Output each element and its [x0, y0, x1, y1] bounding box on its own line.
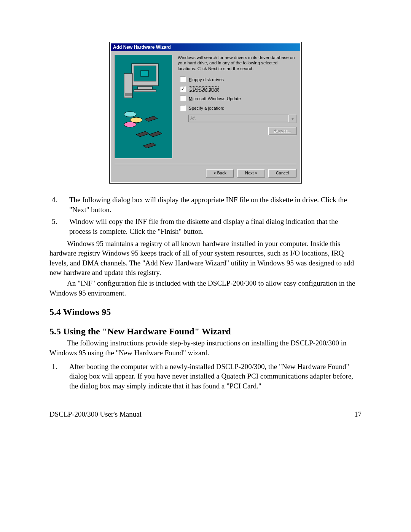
label-floppy: Floppy disk drives — [189, 77, 224, 82]
wizard-artwork-panel — [115, 55, 172, 158]
option-winupdate[interactable]: Microsoft Windows Update — [180, 96, 296, 101]
step-number: 1. — [49, 362, 69, 391]
svg-marker-10 — [145, 116, 158, 121]
svg-marker-13 — [143, 143, 156, 148]
step-text: The following dialog box will display th… — [69, 195, 362, 214]
body-paragraph-2: An "INF" configuration file is included … — [49, 278, 362, 298]
checkbox-floppy[interactable] — [180, 77, 186, 82]
option-specify[interactable]: Specify a location: — [180, 105, 296, 111]
label-winupdate: Microsoft Windows Update — [189, 96, 241, 101]
browse-button[interactable]: Browse... — [268, 127, 296, 135]
svg-rect-2 — [141, 70, 148, 77]
checkbox-specify[interactable] — [180, 105, 186, 111]
body-paragraph-1: Windows 95 maintains a registry of all k… — [49, 239, 362, 278]
checkbox-winupdate[interactable] — [180, 96, 186, 101]
location-dropdown-button[interactable]: ▾ — [289, 115, 296, 123]
step-number: 4. — [49, 195, 69, 214]
svg-point-7 — [124, 112, 136, 117]
section-heading-5-4: 5.4 Windows 95 — [49, 307, 362, 317]
location-input[interactable]: A:\ — [188, 115, 289, 122]
label-cdrom: CD-ROM drive — [189, 86, 219, 92]
svg-marker-12 — [149, 131, 162, 137]
option-cdrom[interactable]: CD-ROM drive — [180, 86, 296, 92]
svg-rect-4 — [134, 89, 156, 92]
label-specify: Specify a location: — [189, 106, 224, 110]
back-button[interactable]: < Back — [206, 169, 234, 177]
svg-marker-11 — [136, 131, 149, 137]
footer-manual-name: DSCLP-200/300 User's Manual — [49, 410, 142, 419]
wizard-dialog-screenshot: Add New Hardware Wizard — [109, 42, 302, 184]
steps-list-2: 1. After booting the computer with a new… — [49, 362, 362, 391]
page-footer: DSCLP-200/300 User's Manual 17 — [49, 410, 362, 419]
step-number: 5. — [49, 217, 69, 236]
wizard-dialog: Add New Hardware Wizard — [111, 43, 300, 182]
step-text: After booting the computer with a newly-… — [69, 362, 362, 391]
svg-rect-6 — [125, 93, 132, 96]
steps-list-1: 4. The following dialog box will display… — [49, 195, 362, 236]
svg-rect-3 — [138, 86, 152, 89]
next-button[interactable]: Next > — [237, 169, 265, 177]
dialog-title: Add New Hardware Wizard — [113, 45, 171, 50]
dialog-titlebar: Add New Hardware Wizard — [111, 43, 300, 51]
computer-art-icon — [115, 55, 172, 158]
section-heading-5-5: 5.5 Using the "New Hardware Found" Wizar… — [49, 326, 362, 337]
option-floppy[interactable]: Floppy disk drives — [180, 77, 296, 82]
wizard-intro-text: Windows will search for new drivers in i… — [178, 55, 296, 71]
step-text: Window will copy the INF file from the d… — [69, 217, 362, 236]
checkbox-cdrom[interactable] — [180, 86, 186, 92]
footer-page-number: 17 — [354, 410, 362, 419]
body-paragraph-3: The following instructions provide step-… — [49, 338, 362, 358]
svg-point-9 — [124, 122, 136, 127]
cancel-button[interactable]: Cancel — [268, 169, 296, 177]
